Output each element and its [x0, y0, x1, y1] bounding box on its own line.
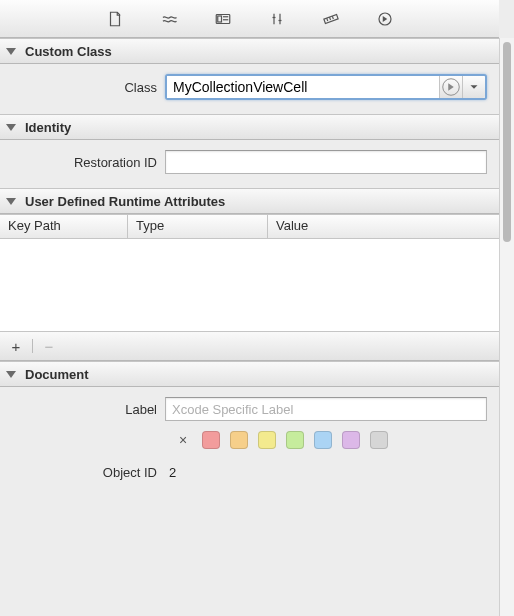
column-type[interactable]: Type	[128, 215, 268, 238]
restoration-id-label: Restoration ID	[12, 155, 157, 170]
section-runtime-attrs-header[interactable]: User Defined Runtime Attributes	[0, 188, 499, 214]
column-value[interactable]: Value	[268, 215, 499, 238]
inspector-toolbar	[0, 0, 499, 38]
color-swatch-gray[interactable]	[370, 431, 388, 449]
svg-line-9	[326, 18, 327, 21]
connections-inspector-icon[interactable]	[374, 8, 396, 30]
class-goto-button[interactable]	[439, 76, 462, 98]
object-id-label: Object ID	[12, 465, 157, 480]
attributes-inspector-icon[interactable]	[266, 8, 288, 30]
disclosure-triangle-icon	[6, 371, 16, 378]
svg-rect-1	[217, 16, 221, 22]
disclosure-triangle-icon	[6, 48, 16, 55]
color-swatch-green[interactable]	[286, 431, 304, 449]
document-label-input[interactable]	[165, 397, 487, 421]
table-body-empty[interactable]	[0, 239, 499, 331]
size-inspector-icon[interactable]	[320, 8, 342, 30]
column-key-path[interactable]: Key Path	[0, 215, 128, 238]
color-swatch-purple[interactable]	[342, 431, 360, 449]
disclosure-triangle-icon	[6, 198, 16, 205]
label-color-swatches: ×	[12, 431, 487, 449]
custom-class-panel: Class	[0, 64, 499, 114]
svg-rect-8	[323, 14, 337, 23]
color-swatch-red[interactable]	[202, 431, 220, 449]
table-header-row: Key Path Type Value	[0, 215, 499, 239]
section-identity-header[interactable]: Identity	[0, 114, 499, 140]
color-swatch-yellow[interactable]	[258, 431, 276, 449]
disclosure-triangle-icon	[6, 124, 16, 131]
quick-help-icon[interactable]	[158, 8, 180, 30]
identity-panel: Restoration ID	[0, 140, 499, 188]
section-title: Document	[25, 367, 89, 382]
vertical-scrollbar[interactable]	[499, 38, 514, 616]
class-label: Class	[12, 80, 157, 95]
object-id-value: 2	[165, 465, 176, 480]
runtime-attrs-table: Key Path Type Value	[0, 214, 499, 331]
class-dropdown-button[interactable]	[462, 76, 485, 98]
document-panel: Label × Object ID 2	[0, 387, 499, 494]
svg-line-10	[329, 17, 330, 20]
scrollbar-thumb[interactable]	[503, 42, 511, 242]
remove-attribute-button[interactable]: −	[39, 337, 59, 355]
color-swatch-blue[interactable]	[314, 431, 332, 449]
runtime-attrs-footer: + −	[0, 331, 499, 361]
section-custom-class-header[interactable]: Custom Class	[0, 38, 499, 64]
identity-inspector-icon[interactable]	[212, 8, 234, 30]
clear-label-color-button[interactable]: ×	[174, 431, 192, 449]
file-inspector-icon[interactable]	[104, 8, 126, 30]
inspector-window: Custom Class Class Identity	[0, 0, 514, 616]
section-title: Custom Class	[25, 44, 112, 59]
restoration-id-input[interactable]	[165, 150, 487, 174]
add-attribute-button[interactable]: +	[6, 337, 26, 355]
section-title: Identity	[25, 120, 71, 135]
separator	[32, 339, 33, 353]
document-label-label: Label	[12, 402, 157, 417]
section-document-header[interactable]: Document	[0, 361, 499, 387]
class-input[interactable]	[167, 76, 439, 98]
section-title: User Defined Runtime Attributes	[25, 194, 225, 209]
color-swatch-orange[interactable]	[230, 431, 248, 449]
main-area: Custom Class Class Identity	[0, 0, 499, 494]
svg-line-11	[332, 16, 333, 19]
class-combobox[interactable]	[165, 74, 487, 100]
